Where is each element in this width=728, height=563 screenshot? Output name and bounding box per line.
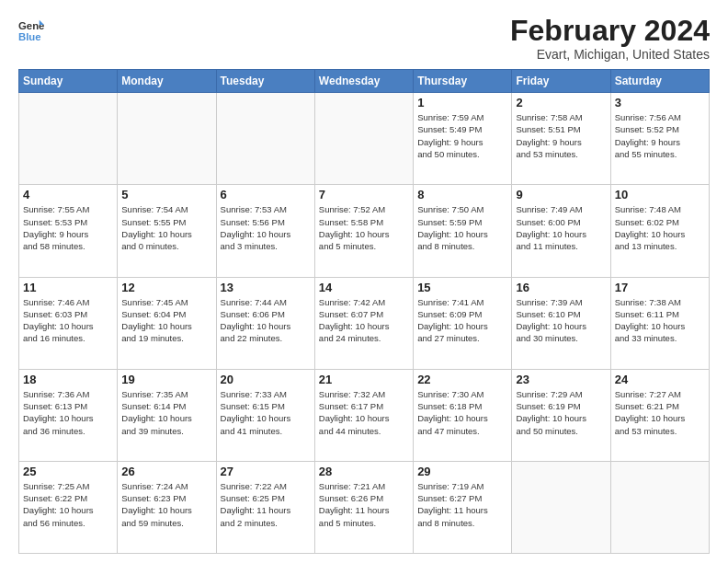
table-row: [118, 93, 216, 185]
day-number: 3: [615, 96, 705, 109]
table-row: 1Sunrise: 7:59 AM Sunset: 5:49 PM Daylig…: [414, 93, 512, 185]
day-number: 2: [516, 96, 606, 109]
table-row: 20Sunrise: 7:33 AM Sunset: 6:15 PM Dayli…: [216, 369, 314, 461]
day-info: Sunrise: 7:55 AM Sunset: 5:53 PM Dayligh…: [23, 203, 113, 252]
title-block: February 2024 Evart, Michigan, United St…: [510, 15, 710, 62]
day-info: Sunrise: 7:46 AM Sunset: 6:03 PM Dayligh…: [23, 296, 113, 345]
table-row: 26Sunrise: 7:24 AM Sunset: 6:23 PM Dayli…: [118, 461, 216, 553]
day-number: 25: [23, 465, 113, 478]
table-row: 5Sunrise: 7:54 AM Sunset: 5:55 PM Daylig…: [118, 185, 216, 277]
day-number: 5: [121, 188, 211, 201]
day-info: Sunrise: 7:44 AM Sunset: 6:06 PM Dayligh…: [221, 296, 311, 345]
calendar-week-row: 4Sunrise: 7:55 AM Sunset: 5:53 PM Daylig…: [19, 185, 710, 277]
table-row: 16Sunrise: 7:39 AM Sunset: 6:10 PM Dayli…: [512, 277, 610, 369]
svg-text:Blue: Blue: [18, 31, 41, 42]
day-number: 22: [417, 373, 507, 386]
day-info: Sunrise: 7:32 AM Sunset: 6:17 PM Dayligh…: [319, 388, 409, 437]
day-number: 12: [121, 281, 211, 294]
day-info: Sunrise: 7:24 AM Sunset: 6:23 PM Dayligh…: [121, 480, 211, 529]
day-info: Sunrise: 7:39 AM Sunset: 6:10 PM Dayligh…: [516, 296, 606, 345]
day-number: 17: [615, 281, 705, 294]
col-wednesday: Wednesday: [314, 70, 413, 93]
table-row: 14Sunrise: 7:42 AM Sunset: 6:07 PM Dayli…: [314, 277, 413, 369]
day-number: 14: [319, 281, 409, 294]
day-info: Sunrise: 7:52 AM Sunset: 5:58 PM Dayligh…: [319, 203, 409, 252]
main-title: February 2024: [510, 15, 710, 47]
table-row: [314, 93, 413, 185]
table-row: 29Sunrise: 7:19 AM Sunset: 6:27 PM Dayli…: [414, 461, 512, 553]
day-number: 8: [417, 188, 507, 201]
table-row: 3Sunrise: 7:56 AM Sunset: 5:52 PM Daylig…: [610, 93, 709, 185]
day-number: 10: [615, 188, 705, 201]
table-row: 2Sunrise: 7:58 AM Sunset: 5:51 PM Daylig…: [512, 93, 610, 185]
table-row: 27Sunrise: 7:22 AM Sunset: 6:25 PM Dayli…: [216, 461, 314, 553]
day-info: Sunrise: 7:36 AM Sunset: 6:13 PM Dayligh…: [23, 388, 113, 437]
logo-icon: General Blue: [18, 18, 44, 44]
day-number: 28: [319, 465, 409, 478]
table-row: 21Sunrise: 7:32 AM Sunset: 6:17 PM Dayli…: [314, 369, 413, 461]
table-row: 11Sunrise: 7:46 AM Sunset: 6:03 PM Dayli…: [19, 277, 118, 369]
table-row: 12Sunrise: 7:45 AM Sunset: 6:04 PM Dayli…: [118, 277, 216, 369]
day-info: Sunrise: 7:33 AM Sunset: 6:15 PM Dayligh…: [221, 388, 311, 437]
table-row: 28Sunrise: 7:21 AM Sunset: 6:26 PM Dayli…: [314, 461, 413, 553]
col-monday: Monday: [118, 70, 216, 93]
day-info: Sunrise: 7:19 AM Sunset: 6:27 PM Dayligh…: [417, 480, 507, 529]
day-info: Sunrise: 7:54 AM Sunset: 5:55 PM Dayligh…: [121, 203, 211, 252]
day-number: 11: [23, 281, 113, 294]
table-row: 13Sunrise: 7:44 AM Sunset: 6:06 PM Dayli…: [216, 277, 314, 369]
day-number: 16: [516, 281, 606, 294]
table-row: 19Sunrise: 7:35 AM Sunset: 6:14 PM Dayli…: [118, 369, 216, 461]
day-info: Sunrise: 7:27 AM Sunset: 6:21 PM Dayligh…: [615, 388, 705, 437]
table-row: 17Sunrise: 7:38 AM Sunset: 6:11 PM Dayli…: [610, 277, 709, 369]
table-row: 10Sunrise: 7:48 AM Sunset: 6:02 PM Dayli…: [610, 185, 709, 277]
day-info: Sunrise: 7:49 AM Sunset: 6:00 PM Dayligh…: [516, 203, 606, 252]
subtitle: Evart, Michigan, United States: [510, 47, 710, 62]
day-number: 29: [417, 465, 507, 478]
col-friday: Friday: [512, 70, 610, 93]
table-row: 9Sunrise: 7:49 AM Sunset: 6:00 PM Daylig…: [512, 185, 610, 277]
calendar-week-row: 11Sunrise: 7:46 AM Sunset: 6:03 PM Dayli…: [19, 277, 710, 369]
logo: General Blue: [18, 18, 44, 44]
day-number: 15: [417, 281, 507, 294]
day-info: Sunrise: 7:59 AM Sunset: 5:49 PM Dayligh…: [417, 111, 507, 160]
table-row: 15Sunrise: 7:41 AM Sunset: 6:09 PM Dayli…: [414, 277, 512, 369]
calendar-week-row: 1Sunrise: 7:59 AM Sunset: 5:49 PM Daylig…: [19, 93, 710, 185]
day-number: 19: [121, 373, 211, 386]
table-row: 18Sunrise: 7:36 AM Sunset: 6:13 PM Dayli…: [19, 369, 118, 461]
day-number: 6: [221, 188, 311, 201]
day-info: Sunrise: 7:48 AM Sunset: 6:02 PM Dayligh…: [615, 203, 705, 252]
day-info: Sunrise: 7:25 AM Sunset: 6:22 PM Dayligh…: [23, 480, 113, 529]
day-info: Sunrise: 7:30 AM Sunset: 6:18 PM Dayligh…: [417, 388, 507, 437]
col-tuesday: Tuesday: [216, 70, 314, 93]
table-row: [610, 461, 709, 553]
header: General Blue February 2024 Evart, Michig…: [18, 15, 710, 62]
table-row: [512, 461, 610, 553]
table-row: 23Sunrise: 7:29 AM Sunset: 6:19 PM Dayli…: [512, 369, 610, 461]
calendar: Sunday Monday Tuesday Wednesday Thursday…: [18, 69, 710, 554]
calendar-week-row: 25Sunrise: 7:25 AM Sunset: 6:22 PM Dayli…: [19, 461, 710, 553]
table-row: 6Sunrise: 7:53 AM Sunset: 5:56 PM Daylig…: [216, 185, 314, 277]
day-number: 27: [221, 465, 311, 478]
day-info: Sunrise: 7:58 AM Sunset: 5:51 PM Dayligh…: [516, 111, 606, 160]
day-info: Sunrise: 7:56 AM Sunset: 5:52 PM Dayligh…: [615, 111, 705, 160]
day-number: 18: [23, 373, 113, 386]
table-row: 24Sunrise: 7:27 AM Sunset: 6:21 PM Dayli…: [610, 369, 709, 461]
day-number: 21: [319, 373, 409, 386]
day-number: 9: [516, 188, 606, 201]
day-info: Sunrise: 7:29 AM Sunset: 6:19 PM Dayligh…: [516, 388, 606, 437]
day-info: Sunrise: 7:53 AM Sunset: 5:56 PM Dayligh…: [221, 203, 311, 252]
day-number: 1: [417, 96, 507, 109]
day-number: 4: [23, 188, 113, 201]
col-sunday: Sunday: [19, 70, 118, 93]
day-info: Sunrise: 7:50 AM Sunset: 5:59 PM Dayligh…: [417, 203, 507, 252]
table-row: [216, 93, 314, 185]
day-info: Sunrise: 7:35 AM Sunset: 6:14 PM Dayligh…: [121, 388, 211, 437]
table-row: [19, 93, 118, 185]
calendar-week-row: 18Sunrise: 7:36 AM Sunset: 6:13 PM Dayli…: [19, 369, 710, 461]
table-row: 8Sunrise: 7:50 AM Sunset: 5:59 PM Daylig…: [414, 185, 512, 277]
day-number: 24: [615, 373, 705, 386]
table-row: 4Sunrise: 7:55 AM Sunset: 5:53 PM Daylig…: [19, 185, 118, 277]
table-row: 7Sunrise: 7:52 AM Sunset: 5:58 PM Daylig…: [314, 185, 413, 277]
day-info: Sunrise: 7:38 AM Sunset: 6:11 PM Dayligh…: [615, 296, 705, 345]
col-thursday: Thursday: [414, 70, 512, 93]
